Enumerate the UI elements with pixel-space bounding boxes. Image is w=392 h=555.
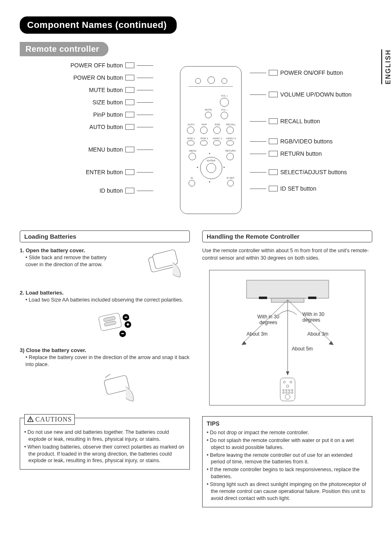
step2-title: 2. Load batteries. <box>20 290 190 296</box>
remote-diagram: POWER OFF buttonPOWER ON buttonMUTE butt… <box>20 62 372 222</box>
svg-rect-25 <box>280 378 295 401</box>
menu-btn <box>189 153 196 160</box>
callout-text: RGB/VIDEO buttons <box>280 138 333 145</box>
callout-left: POWER ON button <box>73 74 153 81</box>
callout-left: AUTO button <box>90 124 153 130</box>
callout-right: RETURN button <box>250 150 322 157</box>
rgb2-label: RGB 2 <box>198 137 210 140</box>
svg-marker-22 <box>286 371 289 375</box>
mute-label: MUTE <box>203 108 213 111</box>
callout-text: PinP button <box>93 111 123 118</box>
callout-left: MUTE button <box>89 87 153 93</box>
video1-label: VIDEO 1 <box>212 137 223 140</box>
tips-heading: TIPS <box>207 420 368 428</box>
callout-right: RGB/VIDEO buttons <box>250 138 333 145</box>
pinp-label: PinP <box>198 123 210 126</box>
callout-left: POWER OFF button <box>70 62 153 69</box>
rgb2-btn <box>200 140 208 145</box>
step2-body: Load two Size AA batteries included obse… <box>25 297 190 304</box>
caution-item: Do not use new and old batteries togethe… <box>24 429 185 443</box>
tip-item: Do not drop or impact the remote control… <box>207 429 368 436</box>
callout-text: ID button <box>99 187 123 194</box>
vol-down-label: VOL – <box>218 108 231 111</box>
idset-label: ID SET <box>225 177 236 179</box>
video2-btn <box>226 140 234 145</box>
idset-btn <box>227 180 234 187</box>
callout-right: RECALL button <box>250 118 320 124</box>
callout-text: SELECT/ADJUST buttons <box>280 169 347 175</box>
size-label: SIZE <box>212 123 223 126</box>
load-batteries-illustration <box>94 306 143 343</box>
callout-left: SIZE button <box>92 99 153 106</box>
callout-text: ENTER button <box>86 169 123 175</box>
rgb1-btn <box>187 140 194 145</box>
callout-text: MENU button <box>88 146 123 153</box>
page-title: Component Names (continued) <box>20 16 177 34</box>
callout-left: ENTER button <box>86 169 153 175</box>
section-subheading: Remote controller <box>20 42 108 56</box>
callout-text: POWER ON/OFF button <box>280 69 343 76</box>
rgb1-label: RGB 1 <box>185 137 197 140</box>
callout-right: POWER ON/OFF button <box>250 69 343 76</box>
step3-body: Replace the battery cover in the directi… <box>25 354 190 368</box>
return-btn <box>226 153 234 160</box>
within30-right: With in 30 degrees <box>302 311 331 323</box>
svg-rect-14 <box>30 421 30 421</box>
video1-btn <box>213 140 221 145</box>
language-tab: ENGLISH <box>381 49 392 84</box>
callout-right: ID SET button <box>250 185 316 192</box>
callout-left: MENU button <box>88 146 153 153</box>
callout-right: VOLUME UP/DOWN button <box>250 91 352 98</box>
callout-left: ID button <box>99 187 153 194</box>
cautions-box: CAUTIONS Do not use new and old batterie… <box>20 418 190 470</box>
callout-text: RETURN button <box>280 150 322 157</box>
remote-outline: VOL + MUTE VOL – AUTO PinP SIZE RECALL R… <box>180 66 242 214</box>
range-diagram: With in 30 degrees With in 30 degrees Ab… <box>209 270 365 405</box>
power-off-btn <box>221 78 227 84</box>
menu-label: MENU <box>187 150 198 152</box>
about3m-left: About 3m <box>247 331 267 337</box>
tip-item: Before leaving the remote controller out… <box>207 452 368 466</box>
power-toggle-btn <box>208 76 215 84</box>
recall-label: RECALL <box>225 123 237 126</box>
svg-rect-13 <box>30 419 30 420</box>
auto-label: AUTO <box>185 123 197 126</box>
step3-title: 3) Close the battery cover. <box>20 347 190 353</box>
callout-text: ID SET button <box>280 185 316 192</box>
tip-item: If the remote controller begins to lack … <box>207 466 368 480</box>
callout-text: SIZE button <box>92 99 123 106</box>
mute-btn <box>205 112 212 118</box>
tip-item: Strong light such as direct sunlight imp… <box>207 481 368 502</box>
callout-left: PinP button <box>93 111 153 118</box>
svg-marker-23 <box>242 341 247 345</box>
pinp-btn <box>200 127 208 134</box>
id-label: ID <box>188 177 196 179</box>
callout-text: RECALL button <box>280 118 320 124</box>
svg-rect-11 <box>121 333 124 334</box>
power-on-btn <box>195 78 201 84</box>
open-cover-illustration <box>141 246 190 283</box>
vol-up-btn <box>220 98 229 107</box>
size-btn <box>213 127 221 134</box>
vol-up-label: VOL + <box>218 94 231 97</box>
tips-box: TIPS Do not drop or impact the remote co… <box>202 416 372 507</box>
callout-text: POWER OFF button <box>70 62 123 69</box>
close-cover-illustration <box>94 370 143 407</box>
id-btn <box>189 180 195 187</box>
loading-heading: Loading Batteries <box>20 230 190 242</box>
callout-text: POWER ON button <box>73 74 123 81</box>
recall-btn <box>226 127 234 134</box>
auto-btn <box>187 127 194 134</box>
return-label: RETURN <box>224 150 237 152</box>
step1-body: Slide back and remove the battery cover … <box>25 254 120 268</box>
handling-heading: Handling the Remote Controller <box>202 230 372 242</box>
video2-label: VIDEO 2 <box>225 137 237 140</box>
callout-right: SELECT/ADJUST buttons <box>250 169 347 175</box>
enter-btn <box>206 163 216 173</box>
callout-text: MUTE button <box>89 87 123 93</box>
enter-label: ENTER <box>206 159 217 162</box>
handling-text: Use the remote controller within about 5… <box>202 247 372 262</box>
about3m-right: About 3m <box>307 331 328 337</box>
caution-item: When loading batteries, observe their co… <box>24 444 185 465</box>
svg-rect-9 <box>127 323 128 325</box>
